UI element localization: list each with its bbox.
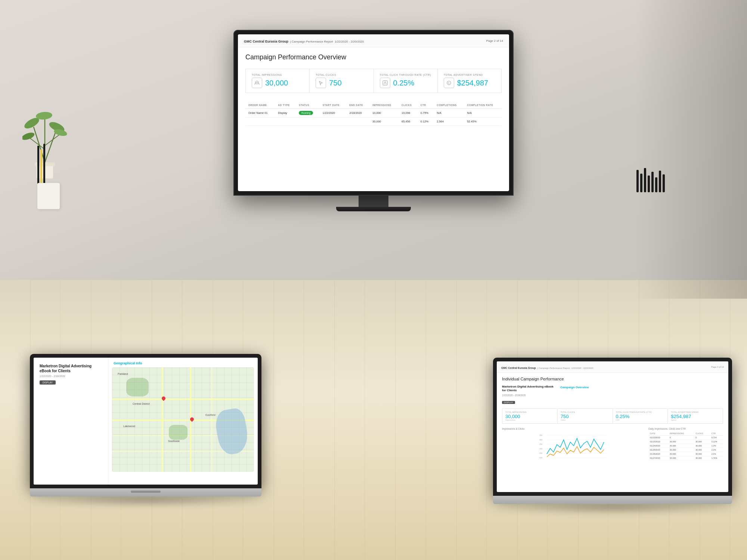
- dark-desk-items: [636, 168, 665, 192]
- daily-clicks-6: 30,000: [694, 456, 710, 460]
- cell-ctr-2: 0.12%: [418, 118, 434, 126]
- cell-ad-type-2: [275, 118, 296, 126]
- daily-table-row: 01/24/2020 30,000 30,000 1.2%: [648, 444, 723, 448]
- right-report-name: Campaign Performance Report: [539, 367, 570, 369]
- daily-data-table: Daily Impressions, Clicks and CTR DATE I…: [648, 427, 723, 463]
- status-badge: Running: [299, 111, 313, 115]
- right-wall-shadow: [635, 0, 747, 299]
- monitor-screen-wrapper: GMC Central Eurasia Group | Campaign Per…: [233, 30, 514, 196]
- daily-ctr-4: 2.1%: [710, 448, 723, 452]
- right-metric-ctr: Total Click Through Rate (CTR) 0.25% CTR: [613, 409, 668, 423]
- cell-completions: N/A: [434, 109, 464, 118]
- metric-clicks-value-row: 750: [316, 78, 367, 88]
- geo-date-range: 1/22/2020 - 2/18/2020: [40, 375, 102, 377]
- col-status: STATUS: [296, 102, 320, 109]
- table-header-row: ORDER NAME AD TYPE STATUS START DATE END…: [245, 102, 502, 109]
- right-report-header: GMC Central Eurasia Group | Campaign Per…: [497, 361, 728, 373]
- laptop-left-screen-wrapper: Marketron Digital Advertising eBook for …: [30, 354, 261, 488]
- cell-status: Running: [296, 109, 320, 118]
- cell-completion-rate-2: 52.45%: [464, 118, 502, 126]
- metric-ctr-value: 0.25%: [393, 79, 415, 87]
- col-ctr: CTR: [418, 102, 434, 109]
- daily-table-row: 01/23/2020 30,000 30,000 0.12%: [648, 439, 723, 444]
- laptop-right-screen: GMC Central Eurasia Group | Campaign Per…: [497, 361, 728, 492]
- metric-spend-label: Total Advertiser Spend: [444, 74, 495, 76]
- laptop-left-base: [30, 488, 261, 497]
- laptop-right-base: [493, 496, 732, 504]
- daily-col-impressions: IMPRESSIONS: [668, 432, 694, 436]
- daily-table-row: 01/22/2020 0 0 0.734: [648, 435, 723, 439]
- daily-imp-4: 30,000: [668, 448, 694, 452]
- monitor-stand-base: [336, 207, 411, 211]
- daily-clicks-4: 30,000: [694, 448, 710, 452]
- laptop-left: Marketron Digital Advertising eBook for …: [30, 354, 261, 497]
- cell-clicks-2: 65,456: [399, 118, 418, 126]
- right-metric-impressions-label: Total Impressions: [505, 411, 554, 413]
- dark-item-1: [636, 170, 639, 192]
- geo-sidebar: Marketron Digital Advertising eBook for …: [34, 358, 108, 485]
- dark-item-7: [659, 171, 661, 192]
- daily-imp-5: 30,000: [668, 452, 694, 456]
- right-metric-spend-label: Total Advertiser Spend: [671, 411, 720, 413]
- metric-ctr-value-row: 0.25%: [380, 78, 431, 88]
- right-report-body: Individual Campaign Performance Marketro…: [497, 373, 728, 467]
- laptop-left-screen: Marketron Digital Advertising eBook for …: [34, 358, 258, 485]
- report-title: Campaign Performance Overview: [245, 53, 502, 61]
- daily-table-row: 01/25/2020 30,000 30,000 2.1%: [648, 448, 723, 452]
- report-date: 1/22/2020 - 2/20/2020: [335, 40, 364, 43]
- svg-text:150: 150: [539, 452, 543, 454]
- right-metric-impressions-value: 30,000: [505, 414, 554, 419]
- daily-table-row: 01/26/2020 30,000 30,000 2.1%: [648, 452, 723, 456]
- daily-col-date: DATE: [648, 432, 668, 436]
- right-metric-ctr-label: Total Click Through Rate (CTR): [616, 411, 665, 413]
- col-start-date: START DATE: [320, 102, 347, 109]
- cell-status-2: [296, 118, 320, 126]
- daily-table-row: 01/27/2020 30,000 30,000 1.76%: [648, 456, 723, 460]
- daily-chart-title: Daily Impressions, Clicks and CTR: [648, 427, 723, 430]
- right-campaign-date: 1/22/2020 - 2/18/2020: [502, 394, 554, 396]
- right-campaign-overview-link[interactable]: Campaign Overview: [560, 385, 589, 389]
- geo-campaign-title: Marketron Digital Advertising eBook for …: [40, 364, 102, 373]
- daily-date-2: 01/23/2020: [648, 439, 668, 444]
- daily-table: DATE IMPRESSIONS CLICKS CTR 01/22/2020 0: [648, 432, 723, 460]
- dark-item-6: [655, 177, 657, 192]
- dark-item-2: [640, 174, 642, 192]
- daily-date-5: 01/26/2020: [648, 452, 668, 456]
- map-road-v3: [211, 367, 212, 472]
- cell-order-name: Order Name 01: [245, 109, 275, 118]
- impressions-clicks-svg: 350 300 250 200 150 100: [502, 432, 644, 461]
- ctr-icon: [380, 78, 390, 88]
- svg-text:200: 200: [539, 448, 543, 450]
- right-campaign-badge: DISPLAY: [502, 401, 515, 404]
- right-report-brand: GMC Central Eurasia Group: [501, 367, 536, 369]
- metric-impressions-value: 30,000: [265, 79, 288, 87]
- svg-text:250: 250: [539, 443, 543, 445]
- right-metric-impressions: Total Impressions 30,000 Impressions: [502, 409, 558, 423]
- cell-end: 2/18/2020: [346, 109, 369, 118]
- cell-clicks: 19,098: [399, 109, 418, 118]
- col-order-name: ORDER NAME: [245, 102, 275, 109]
- report-body: Campaign Performance Overview Total Impr…: [238, 47, 509, 132]
- cell-start: 1/22/2020: [320, 109, 347, 118]
- col-ad-type: AD TYPE: [275, 102, 296, 109]
- right-campaign-title: Marketron Digital Advertising eBook for …: [502, 385, 554, 393]
- map-park-2: [169, 425, 187, 440]
- cell-order-name-2: [245, 118, 275, 126]
- right-metric-spend: Total Advertiser Spend $254,987 Spend: [668, 409, 723, 423]
- map-park-1: [126, 378, 149, 396]
- daily-ctr-6: 1.76%: [710, 456, 723, 460]
- svg-text:$: $: [448, 81, 450, 85]
- clicks-icon: [316, 78, 326, 88]
- metric-clicks-label: Total Clicks: [316, 74, 367, 76]
- right-metric-spend-value: $254,987: [671, 414, 720, 419]
- svg-point-10: [22, 131, 35, 141]
- right-campaign-info: Marketron Digital Advertising eBook for …: [502, 385, 554, 405]
- col-end-date: END DATE: [346, 102, 369, 109]
- metric-ctr: Total Click Through Rate (CTR) 0.25%: [374, 69, 438, 93]
- cell-completion-rate: N/A: [464, 109, 502, 118]
- right-section-title: Individual Campaign Performance: [502, 377, 723, 381]
- daily-date-4: 01/25/2020: [648, 448, 668, 452]
- dark-item-3: [644, 168, 646, 192]
- metrics-row: Total Impressions 30,000 Total Clicks: [245, 69, 502, 93]
- col-completion-rate: COMPLETION RATE: [464, 102, 502, 109]
